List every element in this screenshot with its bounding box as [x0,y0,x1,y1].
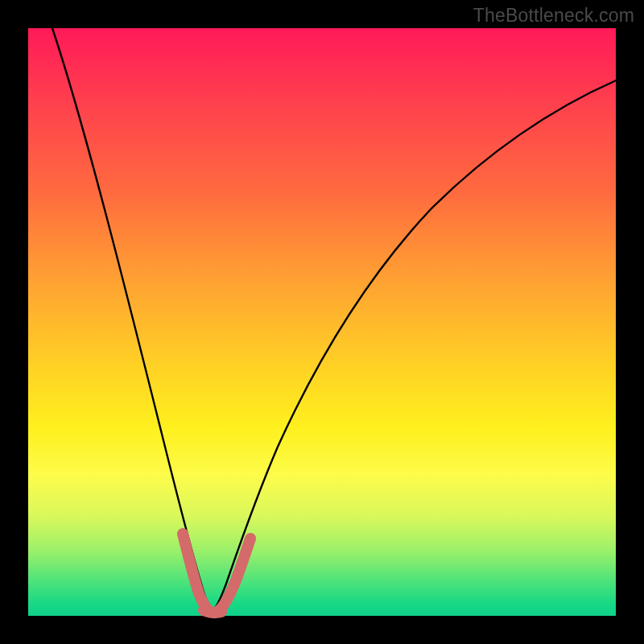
watermark-text: TheBottleneck.com [473,5,634,27]
curves-layer [28,28,616,616]
black-curve [52,28,616,609]
outer-frame: TheBottleneck.com [0,0,644,644]
accent-valley-left [183,534,209,611]
accent-valley-right [217,539,250,612]
